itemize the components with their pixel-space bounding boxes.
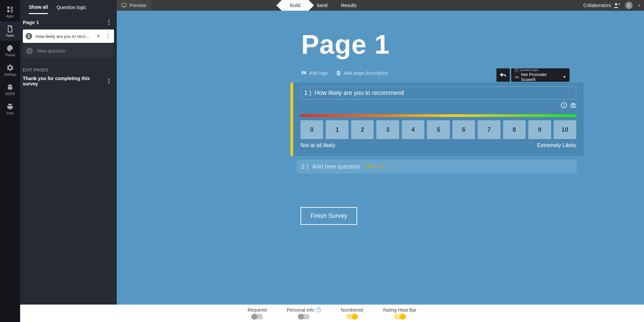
- opt-personal-label: Personal info: [287, 307, 314, 313]
- nps-cell-0[interactable]: 0: [301, 120, 323, 139]
- stage-send-label: Send: [317, 3, 328, 8]
- opt-numbered-toggle[interactable]: [346, 314, 358, 319]
- svg-rect-7: [11, 11, 13, 12]
- add-description-label: Add page description: [344, 70, 388, 76]
- question-options-footer: Required Personal info? Numbered Rating …: [20, 305, 644, 322]
- rating-heat-bar: [301, 114, 576, 117]
- question-remove-button[interactable]: ✕: [95, 34, 101, 39]
- stage-build[interactable]: Build: [282, 0, 309, 11]
- exit-page-menu-button[interactable]: [105, 78, 112, 84]
- rail-apps-label: Apps: [6, 14, 14, 18]
- collaborators-icon: [614, 3, 621, 8]
- collaborators-button[interactable]: Collaborators: [583, 3, 621, 8]
- question-type-value: Net Promoter Score®: [521, 72, 561, 82]
- nps-cell-4[interactable]: 4: [402, 120, 424, 139]
- nps-cell-6[interactable]: 6: [452, 120, 475, 139]
- nps-cell-5[interactable]: 5: [427, 120, 449, 139]
- svg-rect-18: [338, 74, 339, 74]
- print-icon: [6, 103, 14, 110]
- opt-required-toggle[interactable]: [252, 314, 263, 319]
- device-icon: [121, 3, 127, 8]
- nps-cell-10[interactable]: 10: [554, 120, 576, 139]
- undo-icon: [500, 72, 506, 78]
- nps-anchor-high[interactable]: Extremely Likely: [537, 142, 576, 148]
- tab-question-logic[interactable]: Question logic: [57, 5, 87, 13]
- image-icon: [301, 70, 307, 76]
- form-icon: [6, 25, 14, 33]
- user-menu-caret-icon[interactable]: ▼: [637, 4, 641, 7]
- nps-cell-7[interactable]: 7: [478, 120, 500, 139]
- rail-form[interactable]: Form: [0, 21, 20, 41]
- add-description-button[interactable]: Add page description: [336, 70, 388, 76]
- chevron-down-icon: ▼: [563, 75, 566, 79]
- tab-show-all[interactable]: Show all: [29, 4, 48, 14]
- finish-survey-button[interactable]: Finish Survey: [301, 207, 357, 225]
- gear-icon: [6, 64, 14, 71]
- collaborators-label: Collaborators: [583, 3, 611, 8]
- exit-pages-heading: EXIT PAGES: [20, 59, 117, 74]
- stage-results-label: Results: [341, 3, 357, 8]
- question-list-item[interactable]: 1 How likely are you to recommen ✕: [23, 29, 114, 43]
- nps-anchor-low[interactable]: Not at all likely: [301, 142, 335, 148]
- help-icon[interactable]: ?: [316, 308, 321, 312]
- nps-cell-9[interactable]: 9: [528, 120, 551, 139]
- add-question-row[interactable]: 2 ) Add new question CTRL + Q: [297, 159, 577, 174]
- preview-button[interactable]: Preview: [117, 0, 151, 11]
- question-info-button[interactable]: i: [561, 102, 567, 108]
- camera-icon[interactable]: [570, 102, 576, 108]
- new-question-button[interactable]: + New question: [23, 44, 114, 58]
- question-type-label: Question type: [515, 68, 566, 72]
- question-type-dropdown[interactable]: Question type Net Promoter Score® ▼: [511, 68, 570, 82]
- nps-cell-8[interactable]: 8: [503, 120, 526, 139]
- rail-print[interactable]: Print: [0, 99, 20, 119]
- svg-point-13: [10, 86, 11, 87]
- svg-rect-17: [338, 73, 339, 74]
- opt-heatbar-toggle[interactable]: [394, 314, 406, 319]
- add-question-number: 2 ): [301, 163, 308, 170]
- rail-print-label: Print: [7, 112, 14, 115]
- svg-rect-6: [11, 10, 13, 11]
- nps-cell-3[interactable]: 3: [376, 120, 399, 139]
- rail-theme-label: Theme: [5, 53, 15, 57]
- add-logo-button[interactable]: Add logo: [301, 70, 328, 76]
- rail-settings-label: Settings: [4, 73, 16, 76]
- svg-rect-5: [7, 10, 9, 12]
- add-question-hint: CTRL + Q: [365, 164, 385, 169]
- preview-label: Preview: [129, 3, 146, 8]
- page-title[interactable]: Page 1: [301, 29, 390, 60]
- ghost-icon: [6, 83, 14, 91]
- opt-numbered-label: Numbered: [341, 307, 363, 313]
- nps-scale: 0 1 2 3 4 5 6 7 8 9 10: [301, 120, 576, 139]
- nps-cell-1[interactable]: 1: [326, 120, 348, 139]
- undo-button[interactable]: [496, 68, 510, 82]
- exit-page-item[interactable]: Thank you for completing this survey: [23, 76, 105, 86]
- stage-build-label: Build: [290, 3, 300, 8]
- svg-rect-2: [7, 6, 9, 8]
- gauge-icon: [515, 75, 519, 79]
- svg-point-8: [8, 47, 9, 48]
- nps-cell-2[interactable]: 2: [351, 120, 374, 139]
- svg-rect-0: [122, 4, 126, 7]
- rail-gdpr-label: GDPR: [5, 92, 15, 96]
- opt-required-label: Required: [248, 307, 267, 313]
- question-text-input[interactable]: [301, 86, 576, 100]
- canvas: Page 1 Add logo Add page description Que…: [117, 11, 644, 305]
- avatar-initial: E: [628, 3, 630, 7]
- opt-personal-toggle[interactable]: [298, 314, 310, 319]
- svg-rect-16: [338, 73, 339, 73]
- rail-apps[interactable]: Apps: [0, 2, 20, 21]
- rail-settings[interactable]: Settings: [0, 60, 20, 80]
- rail-gdpr[interactable]: GDPR: [0, 80, 20, 99]
- add-logo-label: Add logo: [309, 70, 328, 76]
- svg-point-9: [9, 46, 10, 47]
- question-menu-button[interactable]: [105, 33, 111, 40]
- plus-icon: +: [26, 48, 33, 54]
- svg-point-12: [9, 86, 10, 87]
- svg-rect-3: [11, 6, 13, 7]
- user-avatar[interactable]: E: [625, 2, 633, 9]
- palette-icon: [6, 45, 14, 52]
- rail-theme[interactable]: Theme: [0, 41, 20, 60]
- svg-point-11: [8, 49, 9, 50]
- page-menu-button[interactable]: [105, 19, 112, 25]
- svg-rect-4: [11, 8, 13, 9]
